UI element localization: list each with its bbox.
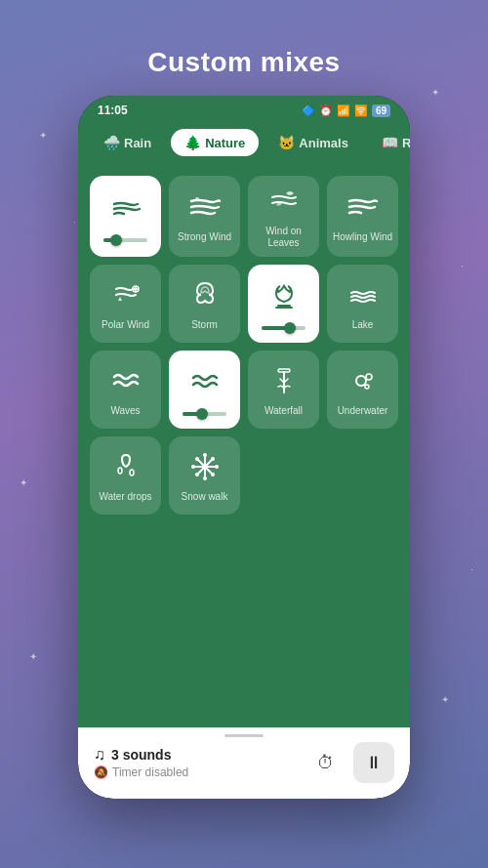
sound-item-campfire[interactable] [248,265,319,343]
strong-wind-icon [189,191,221,227]
svg-point-9 [215,465,219,469]
waterfall-label: Waterfall [264,405,303,417]
svg-point-4 [366,374,372,380]
nature-emoji: 🌲 [184,135,201,150]
svg-point-11 [211,457,215,461]
sound-grid: Strong Wind Wind onLeaves [90,176,398,515]
sound-item-strong-wind[interactable]: Strong Wind [169,176,240,257]
wind-slider[interactable] [103,238,148,242]
polar-wind-label: Polar Wind [102,319,149,331]
strong-wind-label: Strong Wind [178,231,231,243]
tab-rain-label: Rain [124,136,151,150]
waves-slider[interactable] [183,412,227,416]
svg-point-10 [195,457,199,461]
underwater-icon [347,365,379,401]
sounds-count: ♫ 3 sounds [94,746,188,764]
sound-grid-container: Strong Wind Wind onLeaves [78,166,410,727]
music-note-icon: ♫ [94,746,105,764]
svg-point-6 [203,453,207,457]
howling-wind-label: Howling Wind [333,231,392,243]
play-pause-button[interactable]: ⏸ [353,742,394,783]
campfire-slider[interactable] [262,326,306,330]
svg-point-13 [211,473,215,476]
tab-animals-label: Animals [299,136,348,150]
battery-icon: 69 [372,104,390,117]
sound-item-polar-wind[interactable]: Polar Wind [90,265,161,343]
waves-label: Waves [110,405,140,417]
campfire-icon [268,280,300,316]
water-drops-label: Water drops [99,491,151,503]
status-bar: 11:05 🔷 ⏰ 📶 🛜 69 [78,96,410,121]
svg-point-5 [365,385,369,389]
waves-active-icon [189,366,221,402]
snow-walk-label: Snow walk [182,491,228,503]
tab-rain[interactable]: 🌧️ Rain [90,129,165,156]
timer-button[interactable]: ⏱ [308,745,344,780]
waterfall-icon [268,365,300,401]
sound-item-snow-walk[interactable]: Snow walk [169,436,240,515]
sounds-info: ♫ 3 sounds 🔕 Timer disabled [94,746,188,779]
relax-emoji: 📖 [382,135,398,150]
svg-point-8 [191,465,195,469]
sound-item-wind[interactable] [90,176,161,257]
timer-disabled-label: 🔕 Timer disabled [94,765,188,779]
howling-wind-icon [347,191,379,227]
bottom-actions: ⏱ ⏸ [308,742,394,783]
rain-emoji: 🌧️ [103,135,120,150]
status-icons: 🔷 ⏰ 📶 🛜 69 [302,104,390,117]
storm-label: Storm [191,319,218,331]
tab-nature[interactable]: 🌲 Nature [171,129,259,156]
water-drops-icon [110,451,142,487]
sound-item-lake[interactable]: Lake [327,265,398,343]
storm-icon [189,279,221,315]
sound-item-underwater[interactable]: Underwater [327,351,398,429]
lake-label: Lake [352,319,374,331]
sounds-count-label: 3 sounds [111,747,171,763]
lake-icon [347,279,379,315]
tab-animals[interactable]: 🐱 Animals [264,129,362,156]
tab-relax-label: R [402,136,410,150]
sound-item-waterfall[interactable]: Waterfall [248,351,319,429]
tab-relax[interactable]: 📖 R [368,129,410,156]
svg-point-0 [195,197,199,201]
phone-frame: 11:05 🔷 ⏰ 📶 🛜 69 🌧️ Rain 🌲 Nature 🐱 Anim… [78,96,410,799]
snow-walk-icon [189,451,221,487]
svg-point-12 [195,473,199,476]
page-title: Custom mixes [147,47,340,78]
wind-leaves-label: Wind onLeaves [265,226,302,249]
sound-item-water-drops[interactable]: Water drops [90,436,161,515]
no-timer-icon: 🔕 [94,765,108,779]
sound-item-waves[interactable]: Waves [90,351,161,429]
animals-emoji: 🐱 [278,135,295,150]
tab-nature-label: Nature [205,136,245,150]
polar-wind-icon [110,279,142,315]
waves-icon [110,365,142,401]
bottom-bar: ♫ 3 sounds 🔕 Timer disabled ⏱ ⏸ [78,727,410,799]
svg-point-3 [356,376,366,386]
status-time: 11:05 [98,103,128,117]
sound-item-howling-wind[interactable]: Howling Wind [327,176,398,257]
sound-item-waves-active[interactable] [169,351,240,429]
tab-bar: 🌧️ Rain 🌲 Nature 🐱 Animals 📖 R [78,121,410,166]
wind-leaves-icon [268,186,300,222]
underwater-label: Underwater [338,405,388,417]
svg-point-7 [203,476,207,480]
sound-item-wind-leaves[interactable]: Wind onLeaves [248,176,319,257]
sound-item-storm[interactable]: Storm [169,265,240,343]
wind-icon [110,192,142,228]
